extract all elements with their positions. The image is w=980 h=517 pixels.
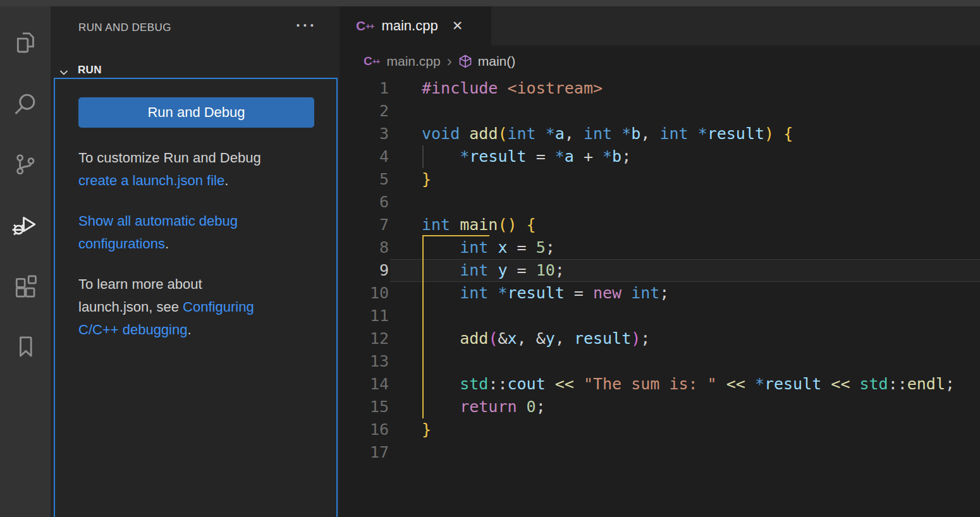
code-token: ; bbox=[555, 261, 565, 279]
message-text: . bbox=[187, 322, 191, 338]
line-number[interactable]: 8 bbox=[340, 236, 389, 259]
breadcrumb: C++ main.cpp › main() bbox=[340, 46, 980, 77]
link[interactable]: Configuring bbox=[183, 299, 254, 315]
code-line-text: std::cout << "The sum is: " << *result <… bbox=[422, 373, 955, 396]
code-token bbox=[488, 261, 498, 279]
run-section-label: RUN bbox=[78, 64, 102, 76]
code-token: #include bbox=[422, 79, 498, 97]
more-actions-icon[interactable]: ··· bbox=[296, 16, 317, 34]
code-token: << bbox=[726, 375, 745, 393]
code-token: & bbox=[536, 329, 546, 348]
search-icon[interactable] bbox=[10, 89, 40, 119]
code-token bbox=[745, 375, 755, 393]
run-and-debug-icon[interactable] bbox=[10, 209, 40, 240]
breadcrumb-symbol[interactable]: main() bbox=[478, 54, 516, 69]
code-token: = bbox=[508, 261, 536, 279]
extensions-icon[interactable] bbox=[10, 271, 40, 301]
code-token: ; bbox=[536, 398, 546, 416]
code-line[interactable]: 12 add(&x, &y, result); bbox=[340, 327, 980, 350]
close-icon[interactable]: ✕ bbox=[452, 18, 463, 33]
code-line[interactable]: 8 int x = 5; bbox=[340, 236, 980, 259]
source-control-icon[interactable] bbox=[10, 149, 40, 179]
cpp-file-icon: C++ bbox=[356, 18, 374, 33]
code-line[interactable]: 15 return 0; bbox=[340, 396, 980, 418]
line-number[interactable]: 12 bbox=[340, 327, 389, 350]
code-line[interactable]: 1#include <iostream> bbox=[340, 77, 980, 100]
activity-bar bbox=[0, 6, 51, 517]
code-line[interactable]: 9 int y = 10; bbox=[340, 259, 980, 282]
line-number[interactable]: 3 bbox=[340, 123, 389, 145]
code-line[interactable]: 3void add(int *a, int *b, int *result) { bbox=[340, 123, 980, 145]
code-line-text: } bbox=[422, 168, 431, 191]
line-number[interactable]: 6 bbox=[340, 191, 389, 214]
code-token: add bbox=[460, 329, 488, 348]
line-number[interactable]: 13 bbox=[340, 350, 389, 373]
line-number[interactable]: 5 bbox=[340, 168, 389, 191]
code-token: * bbox=[460, 147, 469, 166]
code-line[interactable]: 7int main() { bbox=[340, 214, 980, 236]
line-number[interactable]: 4 bbox=[340, 145, 389, 168]
code-token: int bbox=[460, 284, 488, 302]
line-number[interactable]: 9 bbox=[340, 259, 389, 282]
link[interactable]: C/C++ debugging bbox=[78, 322, 187, 338]
link[interactable]: Show all automatic debug bbox=[78, 213, 238, 229]
code-token: int bbox=[659, 125, 688, 143]
run-and-debug-button[interactable]: Run and Debug bbox=[78, 97, 314, 128]
tab-main-cpp[interactable]: C++ main.cpp ✕ bbox=[340, 6, 491, 46]
code-token: , bbox=[517, 329, 536, 348]
code-line[interactable]: 10 int *result = new int; bbox=[340, 282, 980, 305]
breadcrumb-separator: › bbox=[447, 55, 452, 68]
code-token: :: bbox=[488, 375, 507, 393]
line-number[interactable]: 2 bbox=[340, 100, 389, 123]
code-token: int bbox=[422, 216, 450, 234]
code-line[interactable]: 5} bbox=[340, 168, 980, 191]
code-token: int bbox=[631, 284, 659, 302]
code-line[interactable]: 11 bbox=[340, 305, 980, 327]
code-token: void bbox=[422, 125, 460, 143]
message-text: launch.json, see bbox=[78, 299, 183, 315]
code-token bbox=[488, 284, 498, 302]
code-token bbox=[574, 375, 584, 393]
code-token bbox=[422, 398, 460, 416]
code-line[interactable]: 2 bbox=[340, 100, 980, 123]
code-line[interactable]: 4 *result = *a + *b; bbox=[340, 145, 980, 168]
code-token: * bbox=[498, 284, 507, 302]
bookmark-icon[interactable] bbox=[10, 331, 40, 362]
code-token: , bbox=[555, 329, 574, 348]
line-number[interactable]: 15 bbox=[340, 396, 389, 418]
code-line[interactable]: 16} bbox=[340, 418, 980, 441]
line-number[interactable]: 16 bbox=[340, 418, 389, 441]
explorer-icon[interactable] bbox=[10, 27, 40, 58]
code-token: ; bbox=[546, 238, 555, 257]
code-line[interactable]: 13 bbox=[340, 350, 980, 373]
tab-title: main.cpp bbox=[381, 18, 438, 34]
code-editor[interactable]: 1#include <iostream>23void add(int *a, i… bbox=[340, 77, 980, 517]
code-token: b bbox=[631, 125, 640, 143]
code-line-text: void add(int *a, int *b, int *result) { bbox=[422, 123, 793, 145]
code-token bbox=[821, 375, 831, 393]
code-token bbox=[517, 216, 527, 234]
line-number[interactable]: 10 bbox=[340, 282, 389, 305]
line-number[interactable]: 17 bbox=[340, 441, 389, 464]
code-line-text: return 0; bbox=[422, 396, 546, 418]
code-line[interactable]: 14 std::cout << "The sum is: " << *resul… bbox=[340, 373, 980, 396]
code-token bbox=[546, 375, 555, 393]
code-line[interactable]: 17 bbox=[340, 441, 980, 464]
code-token: = bbox=[508, 238, 536, 257]
code-token: ) bbox=[764, 125, 774, 143]
line-number[interactable]: 14 bbox=[340, 373, 389, 396]
run-section-header[interactable]: RUN bbox=[51, 61, 340, 80]
link[interactable]: create a launch.json file bbox=[78, 173, 224, 188]
code-line[interactable]: 6 bbox=[340, 191, 980, 214]
code-token: { bbox=[527, 216, 536, 234]
editor-group: C++ main.cpp ✕ C++ main.cpp › main() 1#i… bbox=[340, 6, 980, 517]
line-number[interactable]: 11 bbox=[340, 305, 389, 327]
code-token bbox=[517, 398, 527, 416]
breadcrumb-file[interactable]: main.cpp bbox=[386, 54, 440, 69]
line-number[interactable]: 1 bbox=[340, 77, 389, 100]
line-number[interactable]: 7 bbox=[340, 214, 389, 236]
link[interactable]: configurations bbox=[78, 236, 165, 252]
code-token: a bbox=[555, 125, 565, 143]
code-token bbox=[689, 125, 698, 143]
code-token: ; bbox=[640, 329, 650, 348]
